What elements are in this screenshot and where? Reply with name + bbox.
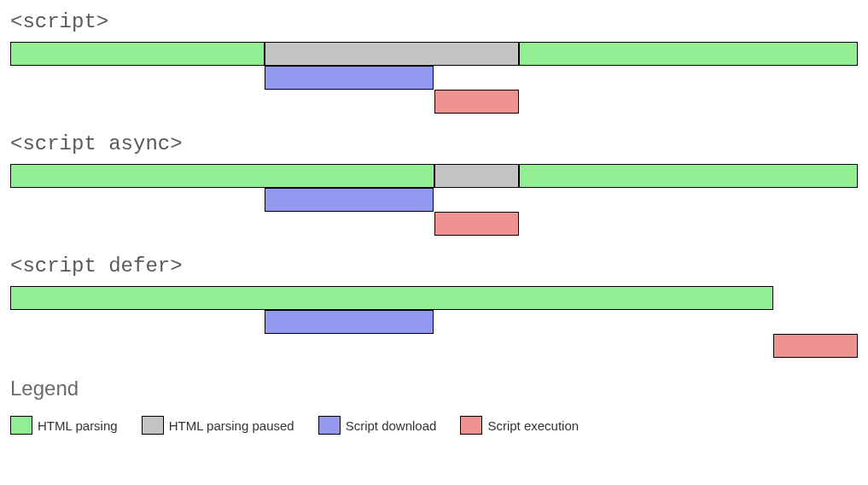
legend-heading: Legend: [10, 377, 858, 400]
bar-download: [265, 66, 434, 90]
legend-item: HTML parsing: [10, 416, 118, 435]
timeline-row: [10, 188, 858, 212]
legend-label: HTML parsing paused: [169, 418, 294, 433]
bar-parsing: [10, 286, 773, 310]
timeline-row: [10, 310, 858, 334]
bar-exec: [434, 212, 519, 236]
bar-parsing: [10, 164, 434, 188]
legend-item: Script execution: [460, 416, 579, 435]
legend-swatch-parsing: [10, 416, 32, 435]
timeline-row: [10, 212, 858, 236]
bar-paused: [434, 164, 519, 188]
bar-paused: [265, 42, 519, 66]
timeline-row: [10, 334, 858, 358]
bar-exec: [773, 334, 858, 358]
timeline-section: <script async>: [10, 132, 858, 236]
timeline-section: <script defer>: [10, 254, 858, 358]
timeline-row: [10, 66, 858, 90]
bar-download: [265, 310, 434, 334]
section-heading: <script async>: [10, 132, 858, 155]
timeline-row: [10, 286, 858, 310]
legend-item: Script download: [318, 416, 437, 435]
section-heading: <script defer>: [10, 254, 858, 278]
legend-row: HTML parsingHTML parsing pausedScript do…: [10, 416, 858, 435]
bar-exec: [434, 90, 519, 114]
bar-parsing: [519, 42, 858, 66]
section-heading: <script>: [10, 10, 858, 33]
timeline-section: <script>: [10, 10, 858, 114]
legend-label: Script execution: [487, 418, 579, 433]
timeline-row: [10, 42, 858, 66]
legend-swatch-exec: [460, 416, 482, 435]
legend-item: HTML parsing paused: [142, 416, 294, 435]
timeline-row: [10, 164, 858, 188]
bar-parsing: [10, 42, 265, 66]
legend-swatch-download: [318, 416, 341, 435]
bar-parsing: [519, 164, 858, 188]
legend-label: HTML parsing: [38, 418, 118, 433]
timeline-row: [10, 90, 858, 114]
legend-swatch-paused: [142, 416, 164, 435]
timeline-sections: <script><script async><script defer>: [10, 10, 858, 358]
bar-download: [265, 188, 434, 212]
legend-label: Script download: [346, 418, 437, 433]
